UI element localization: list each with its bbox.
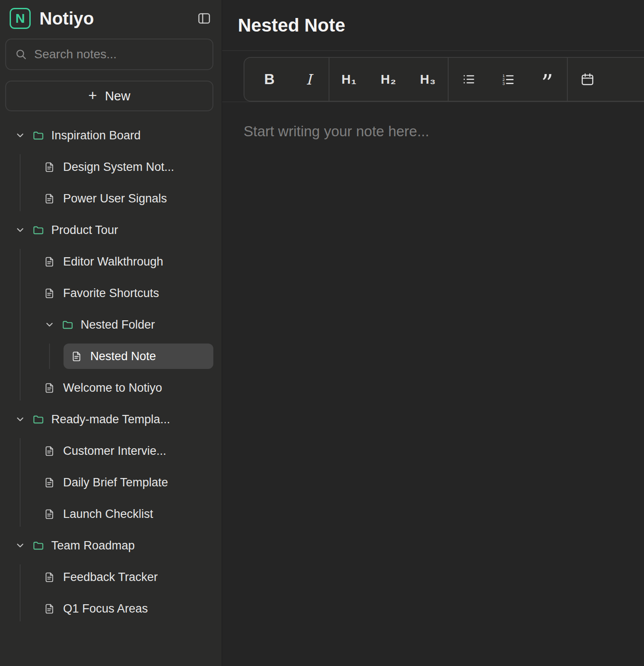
note-label: Power User Signals <box>63 192 167 205</box>
note-label: Editor Walkthrough <box>63 255 163 269</box>
search-icon <box>15 48 27 60</box>
folder-icon <box>32 414 44 425</box>
search-input[interactable] <box>34 47 204 61</box>
document-icon <box>44 509 55 520</box>
sidebar-note-power-user-signals[interactable]: Power User Signals <box>21 186 213 211</box>
heading3-button[interactable]: H₃ <box>408 58 448 101</box>
main-panel: Nested Note B I H₁ H₂ H₃ <box>222 0 644 666</box>
sidebar: N Notiyo + New <box>0 0 222 666</box>
note-label: Nested Note <box>90 350 156 363</box>
tree-group: Product Tour Editor Walkthrough Favorite… <box>5 217 213 400</box>
document-icon <box>44 288 55 299</box>
notes-tree: Inspiration Board Design System Not... P… <box>0 123 222 621</box>
sidebar-header: N Notiyo <box>0 0 222 29</box>
document-icon <box>71 351 82 362</box>
heading2-button[interactable]: H₂ <box>369 58 408 101</box>
chevron-down-icon[interactable] <box>15 414 25 425</box>
sidebar-note-q1-focus-areas[interactable]: Q1 Focus Areas <box>21 596 213 621</box>
app-logo: N <box>10 8 31 29</box>
sidebar-note-design-system[interactable]: Design System Not... <box>21 154 213 180</box>
page-title: Nested Note <box>238 15 345 36</box>
svg-text:3: 3 <box>502 81 505 86</box>
document-icon <box>44 383 55 393</box>
panel-toggle-icon <box>197 11 211 25</box>
folder-children: Design System Not... Power User Signals <box>20 154 213 211</box>
nested-folder-group: Nested Folder Nested Note <box>21 312 213 369</box>
note-header: Nested Note <box>222 0 644 51</box>
chevron-down-icon[interactable] <box>15 540 25 551</box>
folder-icon <box>32 224 44 236</box>
document-icon <box>44 193 55 204</box>
folder-label: Team Roadmap <box>51 539 135 553</box>
editor-placeholder: Start writing your note here... <box>244 123 626 140</box>
numbered-list-icon: 1 2 3 <box>501 72 515 86</box>
chevron-down-icon[interactable] <box>44 319 55 330</box>
note-label: Q1 Focus Areas <box>63 602 148 616</box>
tree-group: Ready-made Templa... Customer Intervie..… <box>5 407 213 527</box>
document-icon <box>44 446 55 457</box>
note-label: Daily Brief Template <box>63 476 168 489</box>
sidebar-note-launch-checklist[interactable]: Launch Checklist <box>21 501 213 527</box>
toolbar-strip: B I H₁ H₂ H₃ <box>222 51 644 102</box>
sidebar-folder-inspiration-board[interactable]: Inspiration Board <box>5 123 213 148</box>
quote-icon: ” <box>541 72 553 96</box>
folder-label: Product Tour <box>51 223 118 237</box>
logo-letter: N <box>15 11 25 26</box>
folder-icon <box>62 319 74 331</box>
folder-icon <box>32 540 44 552</box>
new-note-button-label: New <box>105 89 130 103</box>
note-label: Design System Not... <box>63 160 174 174</box>
numbered-list-button[interactable]: 1 2 3 <box>488 58 527 101</box>
sidebar-folder-ready-made-templates[interactable]: Ready-made Templa... <box>5 407 213 432</box>
sidebar-note-daily-brief-template[interactable]: Daily Brief Template <box>21 470 213 495</box>
app-title: Notiyo <box>39 9 94 28</box>
note-label: Favorite Shortcuts <box>63 287 159 300</box>
note-label: Launch Checklist <box>63 507 153 521</box>
bullet-list-icon <box>461 72 475 86</box>
note-label: Feedback Tracker <box>63 570 158 584</box>
sidebar-note-nested-note-selected[interactable]: Nested Note <box>64 344 213 369</box>
folder-children: Feedback Tracker Q1 Focus Areas <box>20 564 213 621</box>
folder-label: Ready-made Templa... <box>51 413 170 426</box>
sidebar-note-editor-walkthrough[interactable]: Editor Walkthrough <box>21 249 213 274</box>
folder-children: Editor Walkthrough Favorite Shortcuts <box>20 249 213 400</box>
formatting-toolbar: B I H₁ H₂ H₃ <box>244 57 644 102</box>
chevron-down-icon[interactable] <box>15 225 25 235</box>
folder-label: Inspiration Board <box>51 129 141 142</box>
sidebar-note-welcome-to-notiyo[interactable]: Welcome to Notiyo <box>21 375 213 400</box>
bold-button[interactable]: B <box>250 58 289 101</box>
sidebar-note-customer-interviews[interactable]: Customer Intervie... <box>21 438 213 464</box>
document-icon <box>44 162 55 173</box>
search-box[interactable] <box>5 39 213 70</box>
sidebar-note-favorite-shortcuts[interactable]: Favorite Shortcuts <box>21 280 213 306</box>
heading1-button[interactable]: H₁ <box>329 58 369 101</box>
calendar-icon <box>580 72 594 86</box>
folder-children: Nested Note <box>49 344 213 369</box>
calendar-button[interactable] <box>568 58 607 101</box>
chevron-down-icon[interactable] <box>15 130 25 141</box>
note-editor[interactable]: Start writing your note here... <box>222 102 644 666</box>
folder-label: Nested Folder <box>81 318 155 332</box>
sidebar-toggle-button[interactable] <box>197 11 211 25</box>
sidebar-folder-product-tour[interactable]: Product Tour <box>5 217 213 243</box>
folder-children: Customer Intervie... Daily Brief Templat… <box>20 438 213 527</box>
sidebar-note-feedback-tracker[interactable]: Feedback Tracker <box>21 564 213 590</box>
tree-group: Team Roadmap Feedback Tracker Q1 Focus A… <box>5 533 213 621</box>
new-note-button[interactable]: + New <box>5 81 213 111</box>
sidebar-folder-nested-folder[interactable]: Nested Folder <box>21 312 213 337</box>
document-icon <box>44 256 55 267</box>
document-icon <box>44 572 55 583</box>
document-icon <box>44 603 55 614</box>
quote-button[interactable]: ” <box>527 58 567 101</box>
bullet-list-button[interactable] <box>449 58 488 101</box>
note-label: Welcome to Notiyo <box>63 381 162 395</box>
sidebar-folder-team-roadmap[interactable]: Team Roadmap <box>5 533 213 558</box>
plus-icon: + <box>88 88 97 103</box>
note-label: Customer Intervie... <box>63 444 166 458</box>
app-window: N Notiyo + New <box>0 0 644 666</box>
folder-icon <box>32 130 44 142</box>
italic-button[interactable]: I <box>289 58 329 101</box>
document-icon <box>44 477 55 488</box>
tree-group: Inspiration Board Design System Not... P… <box>5 123 213 211</box>
